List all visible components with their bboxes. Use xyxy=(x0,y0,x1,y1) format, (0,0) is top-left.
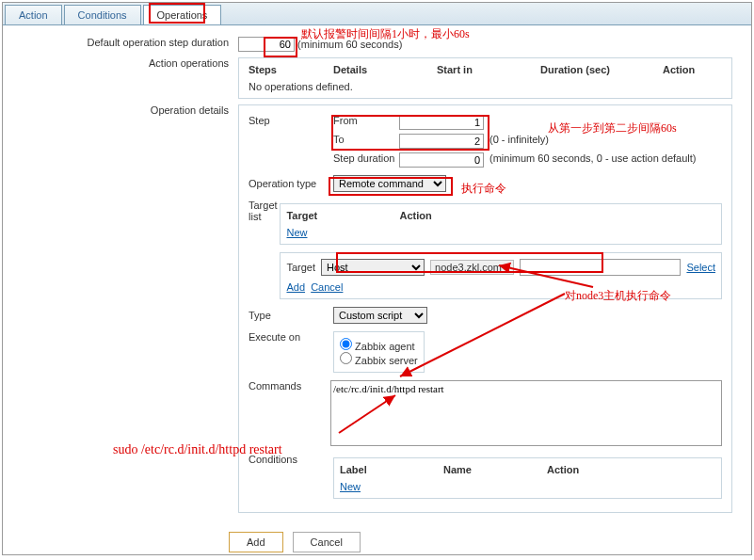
add-button[interactable]: Add xyxy=(229,532,283,552)
col-cond-action: Action xyxy=(547,464,579,475)
hint-default-step: (minimum 60 seconds) xyxy=(297,39,402,50)
label-commands: Commands xyxy=(249,380,330,446)
col-start-in: Start in xyxy=(437,64,540,75)
chip-host-remove-icon[interactable]: × xyxy=(504,262,509,273)
textarea-commands[interactable]: /etc/rc.d/init.d/httpd restart xyxy=(330,380,722,446)
no-operations-text: No operations defined. xyxy=(249,81,722,92)
col-duration: Duration (sec) xyxy=(540,64,663,75)
col-cond-label: Label xyxy=(340,464,443,475)
label-default-step-duration: Default operation step duration xyxy=(3,37,238,52)
input-target-search[interactable] xyxy=(520,259,681,276)
link-add-target[interactable]: Add xyxy=(286,281,305,293)
label-action-operations: Action operations xyxy=(3,57,238,99)
col-action: Action xyxy=(663,64,695,75)
col-details: Details xyxy=(333,64,437,75)
link-cancel-target[interactable]: Cancel xyxy=(311,281,343,293)
label-operation-type: Operation type xyxy=(249,178,333,189)
tab-action[interactable]: Action xyxy=(5,5,62,24)
col-target: Target xyxy=(286,210,399,221)
hint-step-duration: (minimum 60 seconds, 0 - use action defa… xyxy=(489,152,697,168)
label-target: Target xyxy=(286,262,315,273)
label-operation-details: Operation details xyxy=(3,104,238,517)
label-step: Step xyxy=(249,115,333,130)
radio-zabbix-agent[interactable] xyxy=(340,338,352,350)
label-to: To xyxy=(333,134,399,149)
col-cond-name: Name xyxy=(443,464,547,475)
col-target-action: Action xyxy=(399,210,431,221)
label-target-list: Target list xyxy=(249,200,280,299)
hint-infinite: (0 - infinitely) xyxy=(489,134,549,149)
tab-operations[interactable]: Operations xyxy=(143,5,222,24)
label-from: From xyxy=(333,115,399,130)
label-step-duration: Step duration xyxy=(333,152,399,168)
select-operation-type[interactable]: Remote command xyxy=(333,175,446,192)
input-step-to[interactable] xyxy=(399,134,484,149)
col-steps: Steps xyxy=(249,64,333,75)
label-conditions: Conditions xyxy=(249,454,333,499)
input-step-duration[interactable] xyxy=(399,152,484,168)
tab-conditions[interactable]: Conditions xyxy=(64,5,141,24)
link-new-target[interactable]: New xyxy=(286,227,307,238)
select-script-type[interactable]: Custom script xyxy=(333,307,427,324)
link-select-target[interactable]: Select xyxy=(686,262,715,273)
cancel-button[interactable]: Cancel xyxy=(293,532,361,552)
select-target-type[interactable]: Host xyxy=(321,259,425,276)
label-type: Type xyxy=(249,310,333,321)
label-execute-on: Execute on xyxy=(249,331,333,373)
input-step-from[interactable] xyxy=(399,115,484,130)
chip-host: node3.zkl.com× xyxy=(430,260,514,275)
link-new-condition[interactable]: New xyxy=(340,481,361,492)
input-default-step-duration[interactable] xyxy=(238,37,295,52)
radio-zabbix-server[interactable] xyxy=(340,352,352,364)
